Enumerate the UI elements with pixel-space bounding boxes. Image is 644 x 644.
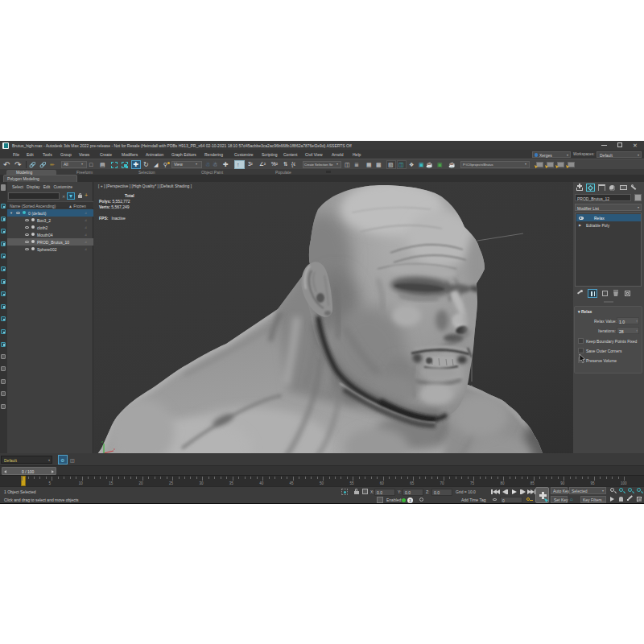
svg-text:z: z xyxy=(101,440,103,444)
svg-text:x: x xyxy=(114,447,115,451)
